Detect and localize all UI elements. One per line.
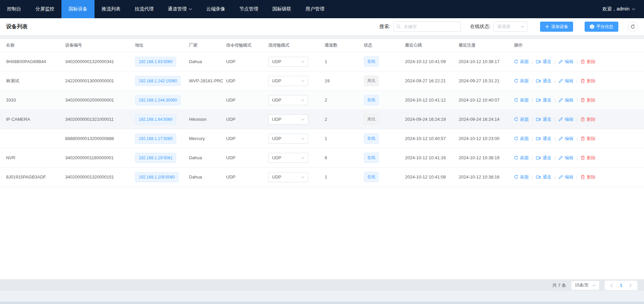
refresh-list-button[interactable] [628,22,638,32]
channels-action[interactable]: 通道 [536,174,551,180]
refresh-action[interactable]: 刷新 [514,136,529,142]
status-badge: 在线 [364,133,379,144]
refresh-icon [514,117,518,121]
delete-action[interactable]: 删除 [581,136,595,142]
edit-icon [559,175,563,179]
edit-action[interactable]: 编辑 [559,59,573,65]
status-badge: 在线 [364,172,379,182]
table-row[interactable]: 9H08B00PAG69B44 34020000001320000341 192… [0,52,644,71]
channels-action[interactable]: 通道 [536,78,551,84]
cell-stream-mode: UDP [265,71,321,90]
video-camera-icon [536,98,541,102]
cell-device-id: 88880000013200000888 [62,129,132,148]
cell-name: 3333 [0,90,62,110]
nav-item[interactable]: 国标设备 [61,0,95,18]
table-row[interactable]: 3333 34020000002000000001 192.168.1.244:… [0,90,644,110]
page-size-select[interactable]: 15条/页 [571,281,599,290]
stream-mode-select[interactable]: UDP [268,95,308,105]
refresh-action[interactable]: 刷新 [514,97,529,103]
table-row[interactable]: NVR 34020000001180000001 192.168.1.19:50… [0,148,644,167]
table-row[interactable]: 8J01915PAGB3ADF 34020000001320000151 192… [0,167,644,187]
refresh-action[interactable]: 刷新 [514,59,529,65]
nav-item[interactable]: 节点管理 [232,0,265,18]
status-badge: 在线 [364,56,379,67]
edit-action[interactable]: 编辑 [559,78,573,84]
device-table-container: 名称 设备编号 地址 厂家 信令传输模式 流传输模式 通道数 状态 最近心跳 最… [0,39,644,279]
nav-item[interactable]: 拉流代理 [128,0,161,18]
cell-channel-count: 1 [321,52,360,71]
nav-item[interactable]: 国标级联 [265,0,298,18]
edit-icon [559,136,563,141]
delete-action[interactable]: 删除 [581,155,595,161]
platform-info-button[interactable]: 平台信息 [585,22,618,32]
edit-action[interactable]: 编辑 [559,155,573,161]
online-status-label: 在线状态: [470,24,490,30]
table-row[interactable]: 88880000013200000888 192.168.1.17:5060 M… [0,129,644,148]
nav-item[interactable]: 用户管理 [298,0,331,18]
nav-item[interactable]: 控制台 [0,0,28,18]
cell-channel-count: 2 [321,90,360,110]
search-input[interactable] [393,22,461,32]
cell-channel-count: 2 [321,110,360,129]
stream-mode-select[interactable]: UDP [268,153,308,163]
nav-item[interactable]: 分屏监控 [28,0,61,18]
cell-manufacturer: Dahua [186,167,223,187]
refresh-action[interactable]: 刷新 [514,116,529,122]
delete-action[interactable]: 删除 [581,174,595,180]
online-status-select[interactable]: 请选择 [493,22,528,32]
edit-action[interactable]: 编辑 [559,174,573,180]
cell-last-register: 2024-10-12 10:23:00 [455,129,511,148]
stream-mode-select[interactable]: UDP [268,134,308,144]
next-page-button[interactable] [626,281,635,290]
channels-action[interactable]: 通道 [536,59,551,65]
online-status-value: 请选择 [497,24,510,30]
table-row[interactable]: 林测试 24220000013000000001 192.168.1.242:1… [0,71,644,90]
chevron-down-icon [189,8,192,10]
user-menu[interactable]: 欢迎，admin [602,0,644,18]
cell-name [0,129,62,148]
channels-action[interactable]: 通道 [536,116,551,122]
col-signal-mode: 信令传输模式 [223,39,265,52]
refresh-action[interactable]: 刷新 [514,155,529,161]
refresh-icon [514,175,518,179]
page-number[interactable]: 1 [616,283,626,288]
nav-item[interactable]: 通道管理 [161,0,199,18]
top-nav: 控制台 分屏监控 国标设备 推流列表 拉流代理 通道管理 云端录像 节点管理 国… [0,0,644,18]
cell-name: 林测试 [0,71,62,90]
edit-action[interactable]: 编辑 [559,136,573,142]
edit-icon [559,117,563,121]
stream-mode-select[interactable]: UDP [268,76,308,86]
cell-stream-mode: UDP [265,129,321,148]
address-tag: 192.168.1.64:5060 [135,114,176,125]
refresh-action[interactable]: 刷新 [514,78,529,84]
add-device-button[interactable]: 添加设备 [540,22,573,32]
prev-page-button[interactable] [607,281,616,290]
channels-action[interactable]: 通道 [536,155,551,161]
edit-icon [559,98,563,102]
stream-mode-select[interactable]: UDP [268,172,308,182]
refresh-icon [630,24,635,29]
toolbar: 设备列表 搜索: 在线状态: 请选择 添加设备 [0,18,644,35]
refresh-action[interactable]: 刷新 [514,174,529,180]
stream-mode-select[interactable]: UDP [268,57,308,67]
info-icon [590,24,594,29]
cell-signal-mode: UDP [223,71,265,90]
channels-action[interactable]: 通道 [536,136,551,142]
cell-device-id: 34020000001320000341 [62,52,132,71]
table-row[interactable]: IP CAMERA 34020000001321000011 192.168.1… [0,110,644,129]
edit-action[interactable]: 编辑 [559,97,573,103]
delete-action[interactable]: 删除 [581,97,595,103]
cell-last-register: 2024-10-12 10:38:19 [455,148,511,167]
cell-last-register: 2024-09-24 16:24:14 [455,110,511,129]
col-stream-mode: 流传输模式 [265,39,321,52]
stream-mode-select[interactable]: UDP [268,114,308,125]
delete-action[interactable]: 删除 [581,116,595,122]
cell-signal-mode: UDP [223,148,265,167]
delete-action[interactable]: 删除 [581,59,595,65]
nav-item[interactable]: 推流列表 [95,0,128,18]
edit-action[interactable]: 编辑 [559,116,573,122]
nav-item[interactable]: 云端录像 [199,0,232,18]
cell-stream-mode: UDP [265,90,321,110]
delete-action[interactable]: 删除 [581,78,595,84]
channels-action[interactable]: 通道 [536,97,551,103]
